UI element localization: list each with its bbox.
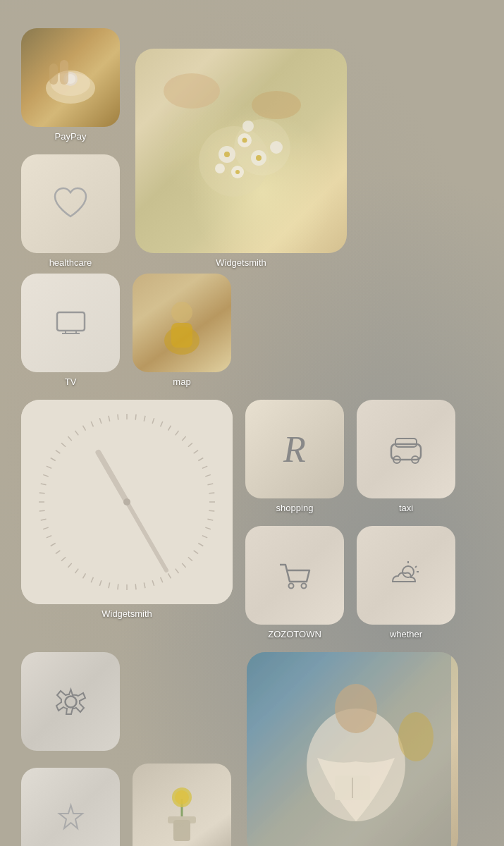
svg-line-64 — [68, 563, 71, 568]
svg-line-55 — [144, 582, 145, 588]
whether-icon — [357, 526, 455, 625]
map-icon — [133, 274, 231, 372]
app-settings[interactable] — [21, 652, 120, 755]
svg-rect-103 — [168, 816, 196, 823]
shopping-icon: R — [245, 400, 344, 498]
svg-point-16 — [270, 141, 283, 154]
taxi-icon — [357, 400, 455, 498]
linepay-icon — [133, 764, 231, 846]
svg-line-34 — [182, 436, 185, 441]
svg-line-30 — [152, 418, 154, 424]
tv-label: TV — [65, 376, 77, 387]
svg-line-62 — [83, 573, 86, 578]
svg-line-63 — [75, 569, 79, 573]
svg-point-100 — [65, 696, 76, 707]
svg-point-25 — [171, 302, 192, 323]
app-shopping[interactable]: R shopping — [245, 400, 344, 513]
svg-point-7 — [252, 91, 301, 119]
svg-rect-21 — [57, 312, 85, 331]
widgetsmith-top-label: Widgetsmith — [216, 257, 266, 268]
app-linepay[interactable]: LINEpay — [133, 764, 231, 846]
svg-point-6 — [164, 73, 220, 109]
widgetsmith-clock-label: Widgetsmith — [102, 608, 152, 619]
svg-point-106 — [175, 790, 189, 804]
svg-rect-4 — [49, 63, 58, 85]
svg-rect-26 — [171, 323, 192, 348]
app-zozotown[interactable]: ZOZOTOWN — [245, 526, 344, 639]
car-icon — [386, 429, 426, 470]
svg-line-50 — [182, 563, 185, 568]
svg-line-36 — [194, 450, 198, 454]
healthcare-label: healthcare — [49, 257, 92, 268]
app-whether[interactable]: whether — [357, 526, 455, 639]
svg-point-20 — [235, 170, 240, 174]
svg-line-53 — [161, 577, 163, 582]
svg-line-32 — [168, 426, 171, 431]
shopping-label: shopping — [276, 503, 314, 513]
svg-line-54 — [152, 580, 154, 586]
svg-point-109 — [335, 684, 377, 733]
clock-ticks — [21, 400, 233, 604]
svg-line-38 — [202, 466, 207, 468]
star-icon — [21, 768, 120, 846]
svg-line-47 — [198, 544, 203, 546]
svg-point-19 — [256, 155, 262, 161]
app-paypay[interactable]: PayPay — [21, 28, 120, 142]
svg-rect-91 — [395, 439, 417, 447]
svg-line-29 — [144, 416, 145, 422]
svg-line-43 — [209, 510, 214, 511]
app-taxi[interactable]: taxi — [357, 400, 455, 513]
svg-line-68 — [47, 536, 51, 538]
app-map[interactable]: map — [133, 274, 231, 387]
svg-point-15 — [215, 164, 225, 173]
svg-point-95 — [302, 584, 307, 589]
app-widgetsmith-bottom[interactable]: Widgetsmith — [247, 652, 458, 846]
tv-icon — [21, 274, 120, 372]
svg-line-71 — [39, 510, 45, 511]
app-tv[interactable]: TV — [21, 274, 120, 387]
app-widgetsmith-clock[interactable]: Widgetsmith — [21, 400, 233, 619]
svg-point-94 — [289, 584, 294, 589]
zozotown-icon — [245, 526, 344, 625]
svg-line-73 — [39, 493, 45, 494]
weather-icon — [386, 555, 426, 596]
svg-line-76 — [47, 466, 51, 468]
app-star[interactable] — [21, 768, 120, 846]
svg-line-98 — [415, 566, 417, 568]
gear-icon — [51, 682, 90, 721]
svg-line-52 — [168, 573, 171, 578]
svg-line-60 — [99, 580, 101, 586]
svg-line-40 — [207, 484, 213, 485]
svg-line-80 — [68, 436, 71, 441]
svg-line-48 — [194, 551, 198, 554]
svg-line-81 — [75, 431, 79, 435]
svg-line-67 — [51, 544, 56, 546]
widgetsmith-top-icon — [135, 49, 347, 253]
widgetsmith-bottom-icon — [247, 652, 458, 846]
svg-line-39 — [205, 474, 211, 476]
svg-line-41 — [209, 493, 214, 494]
map-label: map — [173, 376, 190, 387]
svg-line-37 — [198, 458, 203, 461]
zozotown-label: ZOZOTOWN — [268, 629, 321, 639]
clock-widget-icon — [21, 400, 233, 604]
app-healthcare[interactable]: healthcare — [21, 154, 120, 268]
heart-icon — [49, 183, 92, 225]
svg-line-77 — [51, 458, 56, 461]
svg-line-84 — [99, 418, 101, 424]
svg-line-35 — [188, 443, 192, 446]
svg-point-17 — [224, 152, 230, 157]
paypay-label: PayPay — [55, 131, 87, 142]
svg-line-51 — [176, 569, 179, 573]
svg-line-44 — [207, 519, 213, 520]
svg-line-86 — [118, 415, 118, 420]
r-symbol: R — [283, 429, 306, 470]
settings-icon — [21, 652, 120, 751]
app-widgetsmith-top[interactable]: Widgetsmith — [135, 49, 347, 268]
svg-point-96 — [402, 566, 414, 577]
svg-rect-87 — [94, 448, 129, 503]
svg-line-75 — [43, 474, 49, 476]
svg-line-33 — [176, 431, 179, 435]
svg-line-49 — [188, 557, 192, 560]
taxi-label: taxi — [399, 503, 413, 513]
